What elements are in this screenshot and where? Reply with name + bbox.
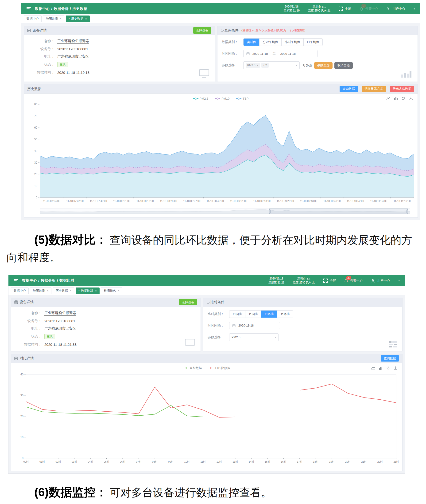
tab-history-data[interactable]: 历史数据× [53,287,74,294]
panel-title: 设备详情 [33,28,47,33]
alarm-center-button[interactable]: 35 告警中心 [344,278,362,283]
svg-text:11-18 10:40:00: 11-18 10:40:00 [323,200,341,202]
param-select[interactable]: PM2.5 ▾ [229,333,278,341]
legend-item[interactable]: PM10 [215,97,229,100]
user-icon [386,7,390,11]
query-data-button[interactable]: 查询数据 [340,86,358,92]
device-row-datatime: 数据时间：2020-11-18 11:21:33 [15,342,196,347]
device-row-address: 地址：广东省深圳市宝安区 [28,54,210,59]
tab-bar: 数据中心 地图监测× 历史数据× ●数据比对× 检测排名× [8,286,405,295]
datazoom-slider[interactable] [40,209,410,214]
legend-item[interactable]: TSP [236,97,248,100]
chip-close-icon[interactable]: × [257,64,258,67]
legend-item[interactable]: PM2.5 [193,97,209,100]
type-day-mom-button[interactable]: 日环比 [261,311,277,318]
tab-map-monitor[interactable]: 地图监测× [43,15,64,22]
tab-close-icon[interactable]: × [95,289,97,292]
query-data-button[interactable]: 查询数据 [381,355,399,362]
datazoom-left-handle[interactable] [269,209,270,213]
tab-close-icon[interactable]: × [60,17,62,21]
calendar-icon [232,324,235,327]
svg-text:06时: 06时 [120,460,125,463]
type-hour-avg-button[interactable]: 小时平均值 [281,38,303,46]
header-weather: 深圳市 温度:25℃ 风向:北 [308,5,330,13]
chart-legend: 当前数据日环比数据 [15,365,398,371]
tab-close-icon[interactable]: × [70,289,71,292]
line-chart-icon[interactable] [386,96,390,100]
svg-text:22时: 22时 [377,460,383,463]
export-table-button[interactable]: 导出表格数据 [390,86,414,92]
svg-text:03时: 03时 [72,460,77,463]
switch-display-button[interactable]: 切换显示方式 [362,86,386,92]
compare-type-label: 比对类别： [208,312,229,316]
menu-hamburger-icon[interactable] [14,279,18,282]
param-multiselect[interactable]: PM2.5× + 2 ▾ [243,61,300,69]
tab-history-data[interactable]: ●历史数据× [66,15,90,22]
svg-text:19时: 19时 [329,460,334,463]
type-realtime-button[interactable]: 实时值 [243,38,259,46]
datazoom-window[interactable] [269,209,408,214]
monitor-icon [199,69,209,79]
tab-detect-rank[interactable]: 检测排名× [101,287,122,294]
bar-chart-icon[interactable] [379,366,383,370]
svg-text:09时: 09时 [168,460,174,463]
bar-chart-icon[interactable] [394,96,398,100]
datazoom-right-handle[interactable] [406,209,408,213]
fullscreen-button[interactable]: 全屏 [339,7,351,11]
fullscreen-button[interactable]: 全屏 [323,278,336,283]
user-center-button[interactable]: 用户中心 [371,278,390,283]
svg-text:05时: 05时 [104,460,109,463]
user-center-button[interactable]: 用户中心 [386,7,405,11]
chevron-down-icon[interactable]: ▾ [398,279,400,282]
date-range-input[interactable]: 2020-11-18 至 2020-11-18 [243,50,318,57]
para5-heading: (5)数据对比 [34,233,96,246]
type-month-mom-button[interactable]: 月环比 [277,311,293,318]
svg-text:80: 80 [34,103,38,106]
type-day-avg-button[interactable]: 日平均值 [303,38,322,46]
type-month-yoy-button[interactable]: 月同比 [245,311,261,318]
para6-heading: (6)数据监控 [34,486,96,499]
tab-data-center[interactable]: 数据中心 [11,287,29,294]
param-select-label: 参数选择： [208,335,229,339]
refresh-icon[interactable] [386,366,390,370]
monitor-icon [185,338,195,349]
svg-text:10: 10 [34,184,38,188]
legend-item[interactable]: 日环比数据 [209,366,230,370]
compare-chart: 01020304000时01时02时03时04时05时06时07时08时09时1… [15,371,398,467]
screenshot-history-data: 数据中心 / 数据分析 / 历史数据 2020/11/18 星期三 11:19 … [21,3,420,220]
svg-text:11-18 08:49:00: 11-18 08:49:00 [207,200,224,202]
tab-close-icon[interactable]: × [47,289,49,292]
alarm-center-button[interactable]: 7 告警中心 [360,7,378,11]
type-minute-avg-button[interactable]: 分钟平均值 [259,38,281,46]
date-input[interactable]: 2020-11-18 [229,322,280,329]
svg-text:17时: 17时 [297,460,302,463]
select-device-button[interactable]: 选择设备 [193,27,211,34]
data-type-segment: 实时值 分钟平均值 小时平均值 日平均值 [243,38,323,46]
download-icon[interactable] [409,96,413,100]
paragraph-6: (6)数据监控：可对多台设备进行数据监控查看。 [7,483,419,502]
chevron-down-icon: ▾ [296,64,297,67]
svg-text:11-18 11:16:00: 11-18 11:16:00 [394,200,411,202]
tab-close-icon[interactable]: × [85,17,87,21]
tab-data-compare[interactable]: ●数据比对× [76,287,99,294]
status-badge: 在线 [44,334,55,339]
select-device-button[interactable]: 选择设备 [179,299,197,305]
tab-map-monitor[interactable]: 地图监测× [30,287,51,294]
menu-hamburger-icon[interactable] [27,7,31,10]
fullscreen-icon [339,7,343,11]
tab-close-icon[interactable]: × [118,289,120,292]
select-all-params-button[interactable]: 参数全选 [314,62,333,69]
legend-item[interactable]: 当前数据 [183,366,202,370]
download-icon[interactable] [394,366,398,370]
refresh-icon[interactable] [401,96,405,100]
type-day-yoy-button[interactable]: 日同比 [229,311,245,318]
chevron-down-icon[interactable]: ▾ [413,7,415,10]
header-datetime: 2020/11/18 星期三 11:21 [268,277,284,285]
line-chart-icon[interactable] [371,366,375,370]
svg-text:11-18 09:13:00: 11-18 09:13:00 [253,200,270,202]
cancel-all-params-button[interactable]: 取消全选 [334,62,353,69]
app-header: 数据中心 / 数据分析 / 历史数据 2020/11/18 星期三 11:19 … [21,3,420,14]
svg-text:40: 40 [34,149,38,153]
device-details-panel: 设备详情 选择设备 名称：工业环境粉尘报警器 设备号：2020111203100… [24,26,215,82]
tab-data-center[interactable]: 数据中心 [24,15,42,22]
